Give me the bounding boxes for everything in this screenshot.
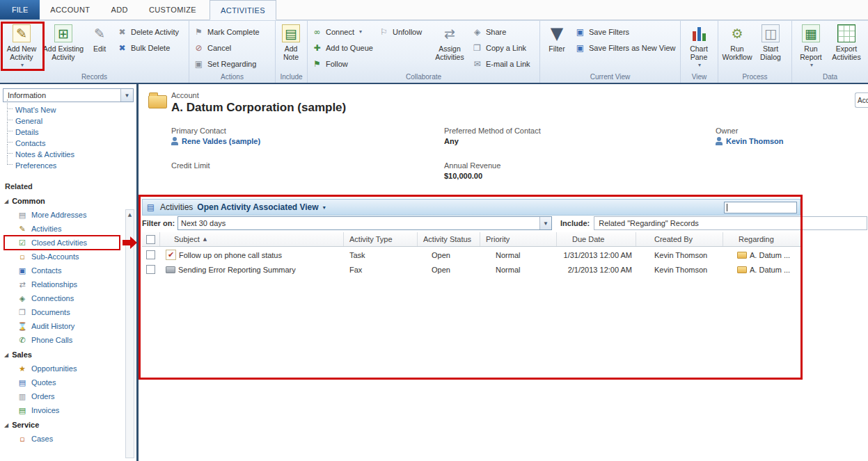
collapsed-account-panel-tab[interactable]: Acc: [855, 92, 868, 108]
share-button[interactable]: ◈ Share: [469, 25, 536, 38]
column-header-priority[interactable]: Priority: [480, 232, 557, 246]
sidebar-item-phone-calls[interactable]: ✆Phone Calls: [0, 333, 136, 347]
include-select[interactable]: Related "Regarding" Records: [594, 216, 867, 230]
sidebar-item-contacts[interactable]: ▣Contacts: [0, 264, 136, 277]
checkbox-icon[interactable]: [146, 235, 155, 244]
save-filters-new-icon: ▣: [575, 42, 585, 53]
sidebar-item-cases[interactable]: ▫Cases: [0, 432, 136, 446]
sidebar-item-whats-new[interactable]: What's New: [6, 104, 136, 115]
search-input[interactable]: [724, 202, 797, 213]
follow-button[interactable]: ⚑ Follow: [309, 57, 376, 70]
unfollow-button[interactable]: ⚐ Unfollow: [376, 25, 430, 38]
tab-activities[interactable]: ACTIVITIES: [210, 0, 276, 20]
sidebar-item-opportunities[interactable]: ★Opportunities: [0, 362, 136, 375]
edit-button[interactable]: ✎ Edit: [85, 22, 114, 72]
chevron-down-icon[interactable]: ▾: [323, 204, 326, 211]
add-new-activity-button[interactable]: ✎ Add New Activity▾: [1, 22, 42, 72]
filter-on-label: Filter on:: [142, 219, 175, 227]
unfollow-label: Unfollow: [393, 28, 422, 36]
filter-button[interactable]: ▼ Filter: [542, 22, 572, 72]
sidebar-item-documents[interactable]: ❐Documents: [0, 305, 136, 319]
column-header-regarding[interactable]: Regarding: [723, 232, 800, 246]
export-activities-button[interactable]: Export Activities: [828, 22, 865, 72]
email-a-link-button[interactable]: ✉ E-mail a Link: [469, 57, 536, 70]
run-report-button[interactable]: ▦ Run Report▾: [794, 22, 828, 72]
copy-a-link-button[interactable]: ❐ Copy a Link: [469, 41, 536, 54]
chevron-down-icon[interactable]: ▼: [539, 217, 551, 229]
mark-complete-button[interactable]: ⚑ Mark Complete: [191, 25, 262, 38]
chart-pane-button[interactable]: Chart Pane▾: [682, 22, 716, 72]
set-regarding-button[interactable]: ▣ Set Regarding: [191, 57, 262, 70]
run-workflow-button[interactable]: ⚙ Run Workflow: [720, 22, 755, 72]
sidebar-item-contacts-nav[interactable]: Contacts: [6, 138, 136, 149]
subject-cell[interactable]: Follow up on phone call status: [179, 251, 282, 259]
primary-contact-link[interactable]: Rene Valdes (sample): [171, 137, 260, 145]
grid-column-headers: Subject▲ Activity Type Activity Status P…: [142, 232, 800, 247]
start-dialog-button[interactable]: ◫ Start Dialog: [755, 22, 787, 72]
ribbon-group-view: Chart Pane▾ View: [681, 21, 718, 83]
assign-activities-button[interactable]: ⇄ Assign Activities: [430, 22, 469, 72]
filter-on-select[interactable]: Next 30 days ▼: [177, 216, 552, 230]
connect-button[interactable]: ∞ Connect▾: [309, 25, 376, 38]
sidebar-item-audit-history[interactable]: ⌛Audit History: [0, 319, 136, 333]
add-note-button[interactable]: ▤ Add Note: [277, 22, 305, 72]
subject-cell[interactable]: Sending Error Reporting Summary: [178, 266, 296, 274]
follow-icon: ⚑: [312, 58, 322, 69]
regarding-cell[interactable]: A. Datum ...: [750, 251, 790, 259]
bulk-delete-button[interactable]: ✖ Bulk Delete: [114, 41, 182, 54]
tab-account[interactable]: ACCOUNT: [40, 0, 100, 19]
column-header-due-date[interactable]: Due Date: [557, 232, 636, 246]
sidebar-item-notes-activities[interactable]: Notes & Activities: [6, 149, 136, 160]
ribbon: ✎ Add New Activity▾ ⊞ Add Existing Activ…: [0, 20, 868, 83]
section-sales-label: Sales: [12, 350, 32, 359]
sidebar-item-general[interactable]: General: [6, 115, 136, 127]
chevron-down-icon[interactable]: ▼: [120, 89, 133, 102]
section-service[interactable]: ◢ Service: [0, 417, 136, 432]
select-all-checkbox[interactable]: [142, 232, 160, 246]
group-label-include: Include: [276, 72, 307, 82]
sidebar-item-activities[interactable]: ✎Activities: [0, 222, 136, 236]
sidebar-item-sub-accounts[interactable]: ▫Sub-Accounts: [0, 250, 136, 264]
column-header-activity-status[interactable]: Activity Status: [418, 232, 480, 246]
scroll-up-icon[interactable]: ▲: [128, 210, 132, 218]
row-checkbox[interactable]: [146, 265, 155, 274]
phone-calls-label: Phone Calls: [31, 336, 72, 344]
preferred-method-value: Any: [444, 137, 459, 145]
cancel-button[interactable]: ⊘ Cancel: [191, 41, 262, 54]
tab-customize[interactable]: CUSTOMIZE: [139, 0, 207, 19]
sidebar-item-closed-activities[interactable]: ☑Closed Activities: [0, 236, 136, 250]
chevron-down-icon: ▾: [698, 61, 701, 70]
delete-activity-button[interactable]: ✖ Delete Activity: [114, 25, 182, 38]
information-selector[interactable]: Information ▼: [3, 88, 134, 102]
save-filters-label: Save Filters: [589, 28, 629, 36]
section-common[interactable]: ◢ Common: [0, 193, 136, 208]
sidebar-item-connections[interactable]: ◈Connections: [0, 291, 136, 305]
sidebar-scrollbar[interactable]: ▲: [125, 209, 134, 458]
grid-filter-row: Filter on: Next 30 days ▼ Include: Relat…: [142, 216, 867, 231]
table-row[interactable]: ✔Follow up on phone call status Task Ope…: [142, 248, 800, 262]
view-selector[interactable]: Open Activity Associated View: [197, 202, 318, 212]
section-sales[interactable]: ◢ Sales: [0, 347, 136, 362]
tab-file[interactable]: FILE: [0, 0, 40, 19]
row-checkbox[interactable]: [146, 250, 155, 259]
save-filters-button[interactable]: ▣ Save Filters: [572, 25, 679, 38]
regarding-cell[interactable]: A. Datum ...: [750, 266, 790, 274]
start-dialog-icon: ◫: [762, 24, 780, 42]
save-filters-as-new-view-button[interactable]: ▣ Save Filters as New View: [572, 41, 679, 54]
add-to-queue-button[interactable]: ✚ Add to Queue: [309, 41, 376, 54]
table-row[interactable]: Sending Error Reporting Summary Fax Open…: [142, 262, 800, 277]
sidebar-item-orders[interactable]: ▥Orders: [0, 389, 136, 403]
sidebar-item-preferences[interactable]: Preferences: [6, 160, 136, 171]
sidebar-item-details[interactable]: Details: [6, 127, 136, 138]
owner-link[interactable]: Kevin Thomson: [716, 137, 784, 145]
column-header-created-by[interactable]: Created By: [636, 232, 723, 246]
column-header-subject[interactable]: Subject▲: [160, 232, 344, 246]
sidebar-item-relationships[interactable]: ⇄Relationships: [0, 277, 136, 291]
tab-add[interactable]: ADD: [100, 0, 138, 19]
add-existing-activity-button[interactable]: ⊞ Add Existing Activity: [42, 22, 85, 72]
sidebar-item-invoices[interactable]: ▤Invoices: [0, 403, 136, 417]
sidebar-item-quotes[interactable]: ▤Quotes: [0, 375, 136, 389]
mark-complete-label: Mark Complete: [207, 28, 260, 36]
sidebar-item-more-addresses[interactable]: ▤More Addresses: [0, 208, 136, 222]
column-header-activity-type[interactable]: Activity Type: [344, 232, 418, 246]
